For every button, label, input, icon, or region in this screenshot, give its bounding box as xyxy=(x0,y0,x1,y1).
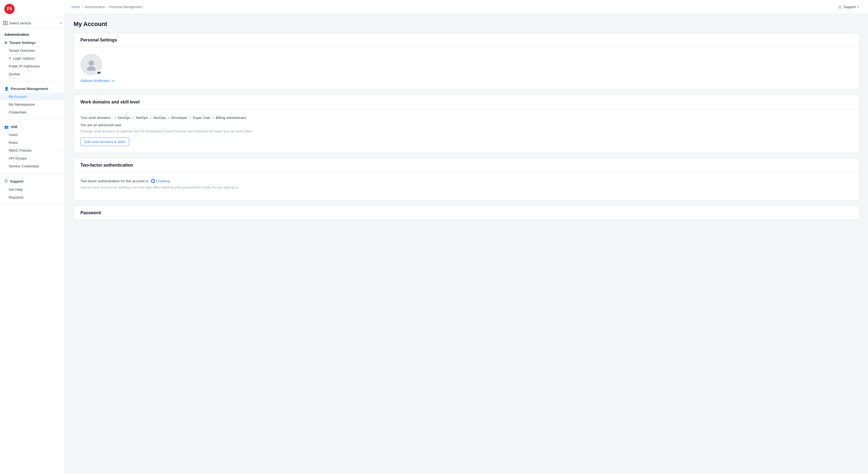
two-factor-hint: Secure your account by adding a second s… xyxy=(81,185,852,189)
domain-devops: ✓ DevOps xyxy=(114,116,130,120)
select-service-label: Select service xyxy=(9,21,59,25)
sidebar-item-get-help[interactable]: Get Help xyxy=(0,185,65,194)
administration-label: Administration xyxy=(4,32,29,36)
logo-area: F5 xyxy=(0,0,65,18)
camera-icon[interactable]: 📷 xyxy=(96,69,101,75)
sidebar-item-tenant-settings[interactable]: ⊞ Tenant Settings xyxy=(0,39,65,47)
sidebar-item-iam-title[interactable]: 👥 IAM xyxy=(0,123,65,131)
domain-superuser: ✓ Super User xyxy=(189,116,210,120)
check-billing-icon: ✓ xyxy=(212,116,215,120)
sidebar-item-service-credentials[interactable]: Service Credentials xyxy=(0,162,65,170)
check-developer-icon: ✓ xyxy=(167,116,170,120)
skill-level-text: You are an advanced user. xyxy=(81,123,852,127)
sidebar-item-credentials[interactable]: Credentials xyxy=(0,108,65,116)
domain-developer: ✓ Developer xyxy=(167,116,187,120)
check-netops-icon: ✓ xyxy=(132,116,135,120)
sidebar-item-requests[interactable]: Requests xyxy=(0,194,65,201)
avatar-section: 📷 Aubree Andersen ✏ xyxy=(81,54,852,83)
sidebar-item-public-ip[interactable]: Public IP Addresses xyxy=(0,62,65,70)
edit-name-icon[interactable]: ✏ xyxy=(112,79,115,83)
enabling-label: Enabling xyxy=(156,179,170,183)
avatar-wrap: 📷 xyxy=(81,54,102,75)
domain-billing: ✓ Billing administrator xyxy=(212,116,246,120)
administration-title: Administration xyxy=(0,31,65,39)
two-factor-card: Two-factor authentication Two-factor aut… xyxy=(74,158,859,201)
sidebar-item-users[interactable]: Users xyxy=(0,131,65,139)
sidebar-item-login-options[interactable]: ⚙ Login Options xyxy=(0,54,65,62)
two-factor-body: Two-factor authentication for this accou… xyxy=(74,172,859,200)
check-superuser-icon: ✓ xyxy=(189,116,191,120)
sidebar-item-tenant-overview[interactable]: Tenant Overview xyxy=(0,47,65,54)
f5-logo: F5 xyxy=(4,4,14,14)
breadcrumb-sep-2: › xyxy=(107,5,108,9)
rbac-arrow-icon: › xyxy=(60,149,60,152)
sidebar-item-my-namespaces[interactable]: My Namespaces xyxy=(0,100,65,108)
top-bar: Home › Administration › Personal Managem… xyxy=(65,0,868,14)
breadcrumb-sep-1: › xyxy=(82,5,83,9)
support-circle-icon: ⊙ xyxy=(838,5,842,9)
sidebar-section-support: ⓘ Support Get Help Requests xyxy=(0,174,65,205)
breadcrumb-home[interactable]: Home xyxy=(71,5,80,9)
page-title: My Account xyxy=(74,21,859,28)
main-area: Home › Administration › Personal Managem… xyxy=(65,0,868,474)
personal-settings-card: Personal Settings 📷 Aubree An xyxy=(74,33,859,90)
breadcrumb-administration: Administration xyxy=(85,5,105,9)
sidebar: F5 Select service ▾ Administration ⊞ Ten… xyxy=(0,0,65,474)
support-button[interactable]: ⊙ Support ▾ xyxy=(836,3,862,11)
sidebar-item-my-account[interactable]: My Account xyxy=(0,93,65,100)
check-secops-icon: ✓ xyxy=(150,116,152,120)
domains-hint-text: Change work domains to optimize the F5 D… xyxy=(81,129,852,133)
sidebar-item-support-title[interactable]: ⓘ Support xyxy=(0,177,65,185)
enabling-badge: Enabling xyxy=(151,179,170,183)
sidebar-item-roles[interactable]: Roles xyxy=(0,139,65,147)
domains-label: Your work domains: xyxy=(81,116,111,120)
breadcrumb: Home › Administration › Personal Managem… xyxy=(71,5,142,9)
login-options-icon: ⚙ xyxy=(9,57,11,60)
support-icon: ⓘ xyxy=(4,179,8,184)
support-chevron-icon: ▾ xyxy=(858,5,859,8)
breadcrumb-personal-management: Personal Management xyxy=(110,5,142,9)
password-card: Password xyxy=(74,206,859,220)
domain-secops: ✓ SecOps xyxy=(150,116,166,120)
sidebar-item-personal-management-title[interactable]: 👤 Personal Management xyxy=(0,85,65,93)
personal-mgmt-icon: 👤 xyxy=(4,87,9,91)
work-domains-body: Your work domains: ✓ DevOps ✓ NetOps ✓ S… xyxy=(74,109,859,152)
avatar-person-icon xyxy=(85,58,97,71)
svg-point-1 xyxy=(87,66,96,71)
user-name: Aubree Andersen xyxy=(81,79,110,83)
sidebar-item-quotas[interactable]: Quotas xyxy=(0,70,65,78)
domain-netops: ✓ NetOps xyxy=(132,116,148,120)
sidebar-section-iam: 👥 IAM Users Roles RBAC Policies › API Gr… xyxy=(0,120,65,174)
iam-icon: 👥 xyxy=(4,125,9,129)
sidebar-section-administration: Administration ⊞ Tenant Settings Tenant … xyxy=(0,28,65,82)
personal-settings-body: 📷 Aubree Andersen ✏ xyxy=(74,47,859,89)
two-factor-header: Two-factor authentication xyxy=(74,158,859,172)
two-factor-status-text: Two-factor authentication for this accou… xyxy=(81,179,149,183)
edit-work-domains-button[interactable]: Edit work domains & skills xyxy=(81,138,129,146)
sidebar-item-api-groups[interactable]: API Groups xyxy=(0,154,65,162)
content-area: My Account Personal Settings 📷 xyxy=(65,14,868,474)
support-button-label: Support xyxy=(843,5,856,9)
work-domains-row: Your work domains: ✓ DevOps ✓ NetOps ✓ S… xyxy=(81,116,852,120)
svg-point-0 xyxy=(89,60,94,66)
sidebar-section-personal: 👤 Personal Management My Account My Name… xyxy=(0,82,65,120)
chevron-down-icon: ▾ xyxy=(60,22,61,25)
tenant-settings-icon: ⊞ xyxy=(4,41,7,45)
select-service-dropdown[interactable]: Select service ▾ xyxy=(0,18,65,28)
clock-icon xyxy=(151,179,155,183)
sidebar-item-rbac-policies[interactable]: RBAC Policies › xyxy=(0,147,65,154)
work-domains-card: Work domains and skill level Your work d… xyxy=(74,95,859,153)
personal-settings-header: Personal Settings xyxy=(74,33,859,47)
work-domains-header: Work domains and skill level xyxy=(74,95,859,109)
two-factor-status-row: Two-factor authentication for this accou… xyxy=(81,179,852,183)
user-name-row: Aubree Andersen ✏ xyxy=(81,79,115,83)
check-devops-icon: ✓ xyxy=(114,116,117,120)
grid-icon xyxy=(3,21,7,25)
password-header: Password xyxy=(74,206,859,220)
